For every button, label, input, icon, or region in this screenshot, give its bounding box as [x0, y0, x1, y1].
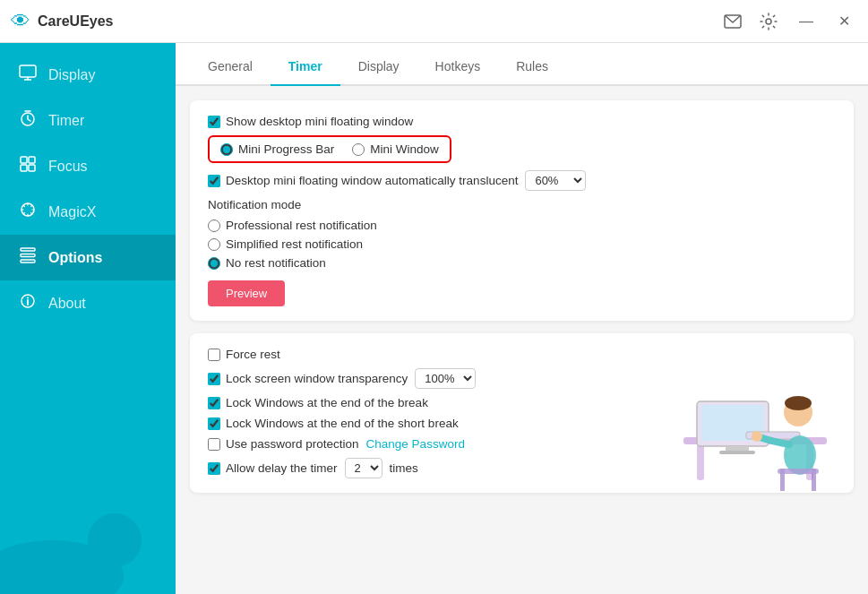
simplified-rest-radio[interactable] — [208, 238, 220, 251]
lock-windows-break-checkbox-wrap[interactable]: Lock Windows at the end of the break — [208, 396, 428, 409]
mini-type-selector: Mini Progress Bar Mini Window — [208, 135, 451, 163]
lock-screen-label: Lock screen window transparency — [226, 372, 408, 385]
lock-screen-checkbox-wrap[interactable]: Lock screen window transparency — [208, 372, 408, 385]
force-rest-checkbox-wrap[interactable]: Force rest — [208, 348, 280, 361]
svg-point-1 — [766, 19, 771, 24]
svg-rect-7 — [29, 165, 35, 171]
lock-windows-break-label: Lock Windows at the end of the break — [226, 396, 428, 409]
options-icon — [18, 247, 38, 268]
simplified-rest-label: Simplified rest notification — [226, 237, 363, 251]
svg-rect-11 — [21, 260, 35, 263]
allow-delay-checkbox[interactable] — [208, 462, 220, 475]
svg-point-24 — [785, 396, 812, 410]
titlebar: 👁 CareUEyes — ✕ — [0, 0, 868, 43]
no-rest-radio[interactable] — [208, 257, 220, 270]
sidebar-item-display[interactable]: Display — [0, 52, 176, 98]
svg-rect-6 — [21, 165, 27, 171]
allow-delay-checkbox-wrap[interactable]: Allow delay the timer — [208, 461, 338, 475]
app-logo: 👁 CareUEyes — [11, 10, 720, 33]
magicx-icon — [18, 202, 38, 222]
mini-progress-label: Mini Progress Bar — [238, 142, 334, 156]
translucent-select[interactable]: 20%40%60%80%100% — [525, 170, 586, 191]
translucent-checkbox-wrap[interactable]: Desktop mini floating window automatical… — [208, 174, 518, 187]
sidebar-item-about[interactable]: About — [0, 280, 176, 326]
no-rest-radio-wrap[interactable]: No rest notification — [208, 256, 836, 270]
show-floating-checkbox[interactable] — [208, 116, 220, 128]
preview-button[interactable]: Preview — [208, 280, 285, 306]
sidebar-item-label: Focus — [48, 159, 88, 175]
svg-rect-4 — [21, 157, 27, 163]
password-checkbox-wrap[interactable]: Use password protection — [208, 437, 359, 451]
content-area: General Timer Display Hotkeys Rules Show… — [176, 43, 868, 594]
tab-display[interactable]: Display — [340, 48, 417, 86]
svg-rect-5 — [29, 157, 35, 163]
no-rest-label: No rest notification — [226, 256, 326, 270]
focus-icon — [18, 156, 38, 176]
minimize-button[interactable]: — — [792, 10, 821, 33]
lock-windows-short-checkbox[interactable] — [208, 418, 220, 430]
translucent-checkbox[interactable] — [208, 175, 220, 187]
lock-windows-short-label: Lock Windows at the end of the short bre… — [226, 417, 459, 430]
illustration — [648, 339, 836, 491]
tabs-bar: General Timer Display Hotkeys Rules — [176, 43, 868, 86]
mini-progress-radio[interactable] — [220, 143, 233, 156]
notification-mode-label: Notification mode — [208, 198, 836, 211]
svg-rect-10 — [21, 254, 35, 257]
sidebar-item-label: About — [48, 296, 86, 312]
sidebar-item-magicx[interactable]: MagicX — [0, 189, 176, 235]
lock-windows-break-checkbox[interactable] — [208, 397, 220, 409]
professional-rest-radio[interactable] — [208, 220, 220, 232]
simplified-rest-radio-wrap[interactable]: Simplified rest notification — [208, 237, 836, 251]
svg-rect-15 — [697, 444, 704, 480]
settings-icon[interactable] — [756, 9, 781, 34]
allow-delay-label: Allow delay the timer — [226, 461, 338, 475]
email-icon[interactable] — [720, 9, 745, 34]
svg-point-25 — [752, 431, 762, 442]
mini-window-radio[interactable] — [352, 143, 365, 156]
titlebar-actions: — ✕ — [720, 9, 857, 34]
about-icon — [18, 293, 38, 314]
force-rest-checkbox[interactable] — [208, 349, 220, 361]
tab-hotkeys[interactable]: Hotkeys — [417, 48, 499, 86]
show-floating-label: Show desktop mini floating window — [226, 115, 413, 128]
display-icon — [18, 65, 38, 85]
password-label: Use password protection — [226, 437, 359, 451]
tab-rules[interactable]: Rules — [498, 48, 566, 86]
delay-select[interactable]: 12345 — [345, 458, 382, 478]
lock-screen-select[interactable]: 20%40%60%80%100% — [415, 368, 476, 389]
svg-rect-28 — [778, 469, 819, 474]
mini-progress-radio-wrap[interactable]: Mini Progress Bar — [220, 142, 334, 156]
professional-rest-radio-wrap[interactable]: Professional rest notification — [208, 219, 836, 232]
card2-content: Force rest Lock screen window transparen… — [208, 348, 836, 478]
mini-window-label: Mini Window — [370, 142, 439, 156]
lock-screen-checkbox[interactable] — [208, 373, 220, 385]
force-rest-label: Force rest — [226, 348, 280, 361]
translucent-label: Desktop mini floating window automatical… — [226, 174, 518, 187]
tab-general[interactable]: General — [190, 48, 271, 86]
sidebar-item-label: Timer — [48, 113, 84, 129]
change-password-link[interactable]: Change Password — [366, 437, 465, 451]
show-floating-row: Show desktop mini floating window — [208, 115, 836, 128]
card-floating-window: Show desktop mini floating window Mini P… — [190, 100, 854, 321]
sidebar-item-label: Options — [48, 250, 102, 266]
sidebar-item-label: MagicX — [48, 204, 96, 220]
sidebar-decoration — [0, 433, 176, 594]
svg-point-13 — [27, 297, 29, 299]
sidebar-item-timer[interactable]: Timer — [0, 98, 176, 143]
tab-timer[interactable]: Timer — [271, 48, 340, 86]
eye-icon: 👁 — [11, 10, 30, 33]
close-button[interactable]: ✕ — [831, 9, 857, 33]
main-layout: Display Timer Focus MagicX Options — [0, 43, 868, 594]
lock-windows-short-checkbox-wrap[interactable]: Lock Windows at the end of the short bre… — [208, 417, 459, 430]
times-label: times — [390, 461, 418, 475]
sidebar-item-focus[interactable]: Focus — [0, 143, 176, 189]
professional-rest-label: Professional rest notification — [226, 219, 377, 232]
show-floating-checkbox-wrap[interactable]: Show desktop mini floating window — [208, 115, 413, 128]
timer-icon — [18, 110, 38, 131]
sidebar: Display Timer Focus MagicX Options — [0, 43, 176, 594]
sidebar-item-options[interactable]: Options — [0, 235, 176, 280]
svg-rect-20 — [719, 451, 755, 454]
mini-window-radio-wrap[interactable]: Mini Window — [352, 142, 439, 156]
password-checkbox[interactable] — [208, 438, 220, 451]
sidebar-item-label: Display — [48, 67, 95, 83]
